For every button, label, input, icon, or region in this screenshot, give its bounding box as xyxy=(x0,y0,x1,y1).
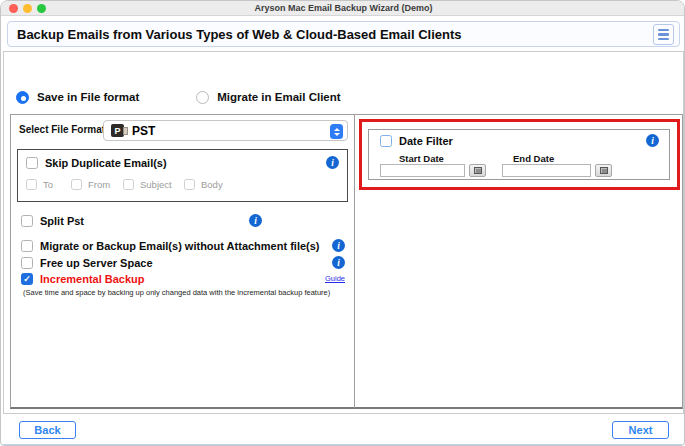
skip-duplicate-group: Skip Duplicate Email(s) i To From Subjec… xyxy=(17,149,348,202)
incremental-backup-description: (Save time and space by backing up only … xyxy=(23,288,330,297)
option-free-up-server-space: Free up Server Space xyxy=(21,256,153,269)
criteria-subject-checkbox[interactable] xyxy=(123,179,134,190)
date-filter-group: Date Filter i Start Date End Date xyxy=(368,129,670,180)
free-up-server-space-info-icon[interactable]: i xyxy=(332,256,345,269)
date-filter-info-icon[interactable]: i xyxy=(646,134,659,147)
dropdown-stepper-icon[interactable] xyxy=(330,124,343,139)
main-content-box: Save in File format Migrate in Email Cli… xyxy=(3,51,684,414)
skip-duplicate-checkbox[interactable] xyxy=(26,157,38,169)
criteria-to-label: To xyxy=(43,179,53,190)
criteria-body-label: Body xyxy=(201,179,223,190)
incremental-backup-label: Incremental Backup xyxy=(40,273,145,285)
date-filter-label: Date Filter xyxy=(399,135,453,147)
free-up-server-space-label: Free up Server Space xyxy=(40,257,153,269)
radio-save-in-file-format[interactable] xyxy=(16,91,29,104)
criteria-from-checkbox[interactable] xyxy=(71,179,82,190)
menu-button[interactable] xyxy=(653,24,674,45)
calendar-icon xyxy=(600,167,608,174)
free-up-server-space-checkbox[interactable] xyxy=(21,257,33,269)
file-format-select[interactable]: P PST xyxy=(103,120,348,141)
split-pst-label: Split Pst xyxy=(40,215,84,227)
end-date-picker-button[interactable] xyxy=(595,164,612,177)
start-date-input[interactable] xyxy=(380,164,465,177)
without-attachments-label: Migrate or Backup Email(s) without Attac… xyxy=(40,240,320,252)
criteria-to-checkbox[interactable] xyxy=(26,179,37,190)
radio-label-migrate: Migrate in Email Client xyxy=(217,91,340,103)
criteria-subject-label: Subject xyxy=(140,179,172,190)
skip-duplicate-info-icon[interactable]: i xyxy=(326,156,339,169)
date-filter-highlight-box: Date Filter i Start Date End Date xyxy=(359,119,680,190)
window-title: Aryson Mac Email Backup Wizard (Demo) xyxy=(1,3,685,13)
calendar-icon xyxy=(474,167,482,174)
right-date-filter-panel: Date Filter i Start Date End Date xyxy=(355,114,683,409)
criteria-from-label: From xyxy=(88,179,110,190)
titlebar: Aryson Mac Email Backup Wizard (Demo) xyxy=(1,1,685,16)
left-options-panel: Select File Format : P PST Skip Duplicat… xyxy=(10,114,355,409)
radio-label-save: Save in File format xyxy=(37,91,139,103)
start-date-label: Start Date xyxy=(399,153,444,164)
option-without-attachments: Migrate or Backup Email(s) without Attac… xyxy=(21,239,320,252)
option-incremental-backup: ✓ Incremental Backup xyxy=(21,272,145,285)
split-pst-info-icon[interactable]: i xyxy=(249,214,262,227)
app-window: Aryson Mac Email Backup Wizard (Demo) Ba… xyxy=(0,0,685,446)
incremental-backup-checkbox[interactable]: ✓ xyxy=(21,273,33,285)
option-split-pst: Split Pst xyxy=(21,214,84,227)
next-button[interactable]: Next xyxy=(612,421,669,439)
without-attachments-info-icon[interactable]: i xyxy=(332,239,345,252)
duplicate-criteria-row: To From Subject Body xyxy=(26,179,341,192)
file-format-value: PST xyxy=(132,124,155,138)
criteria-body-checkbox[interactable] xyxy=(184,179,195,190)
without-attachments-checkbox[interactable] xyxy=(21,240,33,252)
date-filter-checkbox[interactable] xyxy=(380,135,392,147)
mode-radio-group: Save in File format Migrate in Email Cli… xyxy=(16,90,341,104)
split-pst-checkbox[interactable] xyxy=(21,215,33,227)
file-format-label: Select File Format : xyxy=(19,124,111,135)
pst-file-icon-page xyxy=(123,127,128,135)
header-bar: Backup Emails from Various Types of Web … xyxy=(7,21,680,47)
start-date-picker-button[interactable] xyxy=(469,164,486,177)
end-date-label: End Date xyxy=(513,153,554,164)
skip-duplicate-label: Skip Duplicate Email(s) xyxy=(45,157,167,169)
guide-link[interactable]: Guide xyxy=(325,274,345,283)
page-title: Backup Emails from Various Types of Web … xyxy=(17,27,462,42)
end-date-input[interactable] xyxy=(502,164,591,177)
radio-migrate-in-email-client[interactable] xyxy=(196,91,209,104)
back-button[interactable]: Back xyxy=(19,421,76,439)
